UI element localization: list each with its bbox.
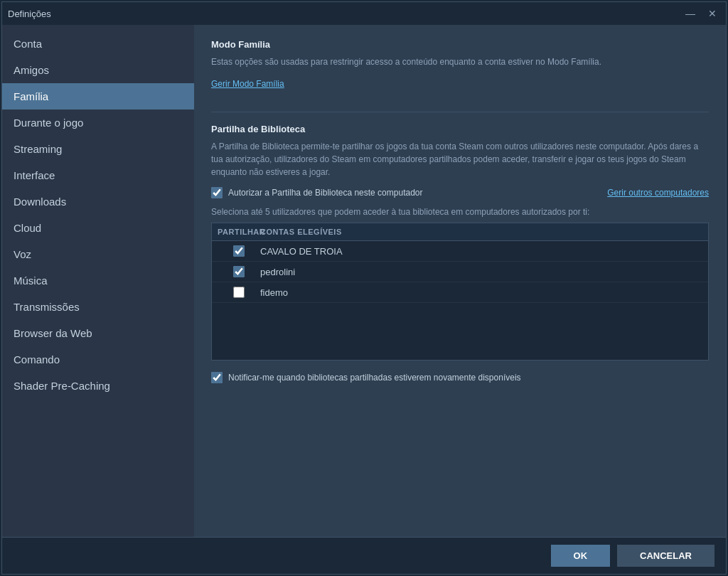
account-name-pedrolini: pedrolini (260, 267, 702, 277)
authorize-checkbox[interactable] (211, 187, 223, 198)
sidebar-item-transmissoes[interactable]: Transmissões (2, 294, 194, 320)
sidebar-item-browser-web[interactable]: Browser da Web (2, 320, 194, 346)
sidebar-item-interface[interactable]: Interface (2, 162, 194, 188)
notify-row: Notificar-me quando bibliotecas partilha… (211, 372, 709, 383)
table-row: pedrolini (212, 262, 708, 282)
accounts-empty-space (212, 303, 708, 360)
close-button[interactable]: ✕ (705, 6, 720, 21)
titlebar-controls: — ✕ (682, 6, 720, 21)
dialog-footer: OK CANCELAR (2, 537, 726, 574)
accounts-table: PARTILHAR CONTAS ELEGÍVEIS CAVALO DE TRO… (211, 223, 709, 361)
account-name-cavalo-troia: CAVALO DE TROIA (260, 246, 702, 257)
section2-title: Partilha de Biblioteca (211, 124, 709, 134)
account-checkbox-pedrolini[interactable] (233, 266, 245, 277)
main-content: Modo Família Estas opções são usadas par… (194, 25, 726, 537)
sidebar-item-cloud[interactable]: Cloud (2, 215, 194, 241)
notify-checkbox[interactable] (211, 372, 223, 383)
sidebar-item-shader-pre-caching[interactable]: Shader Pre-Caching (2, 373, 194, 399)
sidebar-item-streaming[interactable]: Streaming (2, 136, 194, 162)
account-name-fidemo: fidemo (260, 287, 702, 298)
table-row: CAVALO DE TROIA (212, 241, 708, 262)
sidebar-item-durante-jogo[interactable]: Durante o jogo (2, 110, 194, 136)
cancel-button[interactable]: CANCELAR (617, 545, 714, 567)
gerir-modo-familia-link[interactable]: Gerir Modo Família (211, 79, 284, 89)
section1-title: Modo Família (211, 39, 709, 50)
titlebar: Definições — ✕ (2, 2, 726, 25)
dialog-window: Definições — ✕ ContaAmigosFamíliaDurante… (1, 1, 727, 575)
sidebar-item-familia[interactable]: Família (2, 83, 194, 110)
select-note: Seleciona até 5 utilizadores que podem a… (211, 207, 709, 217)
minimize-button[interactable]: — (682, 6, 699, 21)
sidebar: ContaAmigosFamíliaDurante o jogoStreamin… (2, 25, 194, 537)
sidebar-item-conta[interactable]: Conta (2, 31, 194, 57)
sidebar-item-voz[interactable]: Voz (2, 241, 194, 267)
header-partilhar: PARTILHAR (212, 223, 255, 240)
authorize-row: Autorizar a Partilha de Biblioteca neste… (211, 187, 709, 198)
sidebar-item-comando[interactable]: Comando (2, 346, 194, 373)
manage-computers-link[interactable]: Gerir outros computadores (607, 188, 709, 198)
header-contas: CONTAS ELEGÍVEIS (255, 223, 708, 240)
authorize-label: Autorizar a Partilha de Biblioteca neste… (228, 188, 601, 198)
ok-button[interactable]: OK (551, 545, 611, 567)
section2-desc: A Partilha de Biblioteca permite-te part… (211, 140, 709, 178)
notify-label: Notificar-me quando bibliotecas partilha… (228, 373, 709, 383)
account-checkbox-fidemo[interactable] (233, 287, 245, 298)
dialog-title: Definições (8, 9, 51, 19)
dialog-body: ContaAmigosFamíliaDurante o jogoStreamin… (2, 25, 726, 537)
account-checkbox-cavalo-troia[interactable] (233, 245, 245, 257)
accounts-header: PARTILHAR CONTAS ELEGÍVEIS (212, 223, 708, 241)
section-divider (211, 112, 709, 112)
section1-desc: Estas opções são usadas para restringir … (211, 55, 709, 68)
sidebar-item-musica[interactable]: Música (2, 267, 194, 294)
sidebar-item-downloads[interactable]: Downloads (2, 188, 194, 215)
sidebar-item-amigos[interactable]: Amigos (2, 57, 194, 83)
table-row: fidemo (212, 282, 708, 303)
